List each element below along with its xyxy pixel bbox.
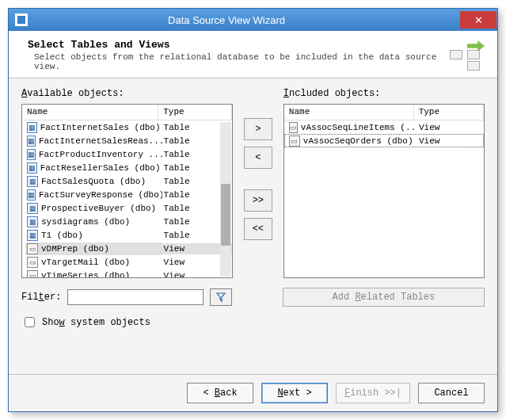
item-name: FactInternetSales (dbo) bbox=[40, 123, 161, 132]
list-item[interactable]: ▭vTargetMail (dbo)View bbox=[22, 255, 232, 269]
remove-button[interactable]: < bbox=[244, 147, 272, 169]
scrollbar[interactable] bbox=[220, 122, 231, 277]
filter-label: Filter: bbox=[21, 292, 61, 303]
add-button[interactable]: > bbox=[244, 118, 272, 140]
cancel-button[interactable]: Cancel bbox=[418, 383, 485, 403]
item-name: FactSurveyResponse (dbo) bbox=[39, 190, 162, 200]
item-name: FactInternetSalesReas... bbox=[39, 136, 162, 146]
table-icon: ▦ bbox=[27, 230, 38, 241]
filter-input[interactable] bbox=[67, 289, 203, 305]
table-icon: ▦ bbox=[27, 216, 38, 227]
view-icon: ▭ bbox=[289, 122, 298, 133]
available-label: Available objects: bbox=[21, 88, 233, 99]
table-icon: ▦ bbox=[27, 189, 36, 200]
item-type: View bbox=[417, 122, 484, 133]
item-name: vTimeSeries (dbo) bbox=[41, 271, 130, 278]
list-item[interactable]: ▦sysdiagrams (dbo)Table bbox=[22, 215, 232, 228]
wizard-graphic bbox=[447, 39, 485, 71]
list-item[interactable]: ▭vDMPrep (dbo)View bbox=[22, 242, 232, 255]
list-item[interactable]: ▦FactProductInventory ...Table bbox=[22, 147, 232, 161]
item-name: vAssocSeqOrders (dbo) bbox=[303, 136, 413, 146]
titlebar: Data Source View Wizard ✕ bbox=[9, 9, 497, 31]
close-button[interactable]: ✕ bbox=[460, 11, 496, 29]
list-item[interactable]: ▦FactInternetSales (dbo)Table bbox=[22, 120, 232, 134]
view-icon: ▭ bbox=[27, 243, 38, 254]
list-item[interactable]: ▭vAssocSeqOrders (dbo)View bbox=[284, 134, 484, 147]
diagram-box-icon bbox=[467, 50, 480, 59]
show-system-checkbox[interactable] bbox=[25, 317, 35, 327]
item-name: T1 (dbo) bbox=[41, 231, 83, 240]
available-header: Name Type bbox=[22, 105, 232, 120]
included-column: Included objects: Name Type ▭vAssocSeqLi… bbox=[283, 88, 485, 278]
table-icon: ▦ bbox=[27, 122, 37, 133]
col-header-type[interactable]: Type bbox=[414, 105, 484, 120]
included-body[interactable]: ▭vAssocSeqLineItems (...View▭vAssocSeqOr… bbox=[284, 120, 484, 277]
diagram-box-icon bbox=[450, 50, 462, 59]
remove-all-button[interactable]: << bbox=[244, 218, 272, 240]
item-name: FactResellerSales (dbo) bbox=[40, 163, 161, 173]
list-item[interactable]: ▦T1 (dbo)Table bbox=[22, 228, 232, 242]
available-listview[interactable]: Name Type ▦FactInternetSales (dbo)Table▦… bbox=[21, 104, 233, 278]
table-icon: ▦ bbox=[27, 149, 36, 160]
col-header-name[interactable]: Name bbox=[284, 105, 414, 120]
next-button[interactable]: Next > bbox=[261, 383, 328, 403]
wizard-body: Available objects: Name Type ▦FactIntern… bbox=[9, 78, 497, 374]
available-column: Available objects: Name Type ▦FactIntern… bbox=[21, 88, 233, 278]
wizard-header-text: Select Tables and Views Select objects f… bbox=[28, 39, 440, 71]
list-item[interactable]: ▭vAssocSeqLineItems (...View bbox=[284, 120, 484, 134]
item-name: ProspectiveBuyer (dbo) bbox=[41, 204, 156, 213]
item-name: vTargetMail (dbo) bbox=[41, 258, 130, 267]
list-item[interactable]: ▦FactSurveyResponse (dbo)Table bbox=[22, 188, 232, 201]
item-name: vDMPrep (dbo) bbox=[41, 244, 109, 254]
list-item[interactable]: ▭vTimeSeries (dbo)View bbox=[22, 269, 232, 277]
add-related-tables-button[interactable]: Add Related Tables bbox=[283, 288, 485, 307]
window-title: Data Source View Wizard bbox=[32, 14, 420, 26]
page-title: Select Tables and Views bbox=[28, 39, 440, 51]
app-icon bbox=[15, 13, 28, 26]
back-button[interactable]: < Back bbox=[187, 383, 253, 403]
diagram-box-icon bbox=[467, 61, 480, 71]
wizard-header: Select Tables and Views Select objects f… bbox=[9, 31, 497, 78]
item-name: sysdiagrams (dbo) bbox=[41, 217, 130, 227]
show-system-group: Show system objects bbox=[21, 315, 485, 330]
below-lists-row: Filter: Add Related Tables bbox=[21, 288, 485, 307]
table-icon: ▦ bbox=[27, 203, 38, 214]
show-system-label[interactable]: Show system objects bbox=[42, 317, 150, 328]
page-subtitle: Select objects from the relational datab… bbox=[34, 52, 440, 71]
col-header-name[interactable]: Name bbox=[22, 105, 158, 120]
finish-button: Finish >>| bbox=[336, 383, 410, 403]
funnel-icon bbox=[216, 292, 226, 302]
view-icon: ▭ bbox=[27, 257, 38, 268]
view-icon: ▭ bbox=[27, 270, 38, 278]
table-icon: ▦ bbox=[27, 136, 36, 147]
list-item[interactable]: ▦FactInternetSalesReas...Table bbox=[22, 134, 232, 147]
move-buttons-column: > < >> << bbox=[241, 88, 276, 278]
list-item[interactable]: ▦FactSalesQuota (dbo)Table bbox=[22, 174, 232, 188]
col-header-type[interactable]: Type bbox=[158, 105, 232, 120]
item-type: View bbox=[417, 136, 484, 147]
add-all-button[interactable]: >> bbox=[244, 189, 272, 212]
list-item[interactable]: ▦FactResellerSales (dbo)Table bbox=[22, 161, 232, 174]
included-listview[interactable]: Name Type ▭vAssocSeqLineItems (...View▭v… bbox=[283, 104, 485, 278]
scrollbar-thumb[interactable] bbox=[221, 184, 230, 246]
view-icon: ▭ bbox=[289, 136, 300, 147]
list-item[interactable]: ▦ProspectiveBuyer (dbo)Table bbox=[22, 201, 232, 215]
available-body[interactable]: ▦FactInternetSales (dbo)Table▦FactIntern… bbox=[22, 120, 232, 277]
wizard-footer: < Back Next > Finish >>| Cancel bbox=[9, 374, 497, 411]
included-header: Name Type bbox=[284, 105, 484, 120]
item-name: vAssocSeqLineItems (... bbox=[301, 123, 417, 132]
lists-row: Available objects: Name Type ▦FactIntern… bbox=[21, 88, 485, 278]
table-icon: ▦ bbox=[27, 162, 37, 174]
included-label: Included objects: bbox=[283, 88, 485, 99]
item-name: FactSalesQuota (dbo) bbox=[41, 177, 146, 186]
filter-button[interactable] bbox=[210, 288, 232, 306]
filter-group: Filter: bbox=[21, 288, 232, 306]
wizard-window: Data Source View Wizard ✕ Select Tables … bbox=[8, 8, 498, 412]
item-name: FactProductInventory ... bbox=[39, 150, 162, 159]
table-icon: ▦ bbox=[27, 176, 38, 187]
